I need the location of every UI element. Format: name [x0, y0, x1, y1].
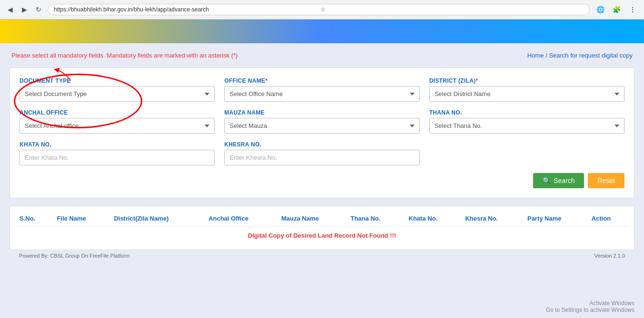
activate-line1: Activate Windows: [546, 300, 634, 307]
anchal-office-label: ANCHAL OFFICE: [20, 109, 215, 116]
page-content: Please select all mandatory fields. Mand…: [0, 43, 644, 318]
col-district: District(Zila Name): [109, 211, 204, 226]
col-sno: S.No.: [15, 211, 52, 226]
anchal-office-select[interactable]: Select Anchal office: [20, 118, 215, 134]
page-footer: Powered By: CBSL Group On FreeFile Platf…: [10, 250, 634, 261]
url-bar[interactable]: https://bhuabhilekh.bihar.gov.in/bhu-lek…: [48, 4, 590, 15]
col-khata: Khata No.: [404, 211, 461, 226]
empty-cell: [429, 141, 624, 165]
translate-icon[interactable]: 🌐: [594, 3, 607, 16]
khesra-no-group: KHESRA NO.: [224, 141, 419, 165]
menu-icon[interactable]: ⋮: [626, 3, 639, 16]
url-text: https://bhuabhilekh.bihar.gov.in/bhu-lek…: [54, 6, 317, 13]
notice-text: Please select all mandatory fields. Mand…: [11, 52, 238, 59]
activate-line2: Go to Settings to activate Windows: [546, 307, 634, 313]
thana-no-select[interactable]: Select Thana No.: [429, 118, 624, 134]
back-button[interactable]: ◀: [5, 4, 15, 15]
search-form-card: DOCUMENT TYPE Select Document Type OFFIC…: [10, 67, 634, 198]
khata-no-label: KHATA NO.: [20, 141, 215, 148]
thana-no-label: THANA NO.: [429, 109, 624, 116]
search-icon: 🔍: [543, 177, 551, 184]
district-select[interactable]: Select District Name: [429, 86, 624, 102]
anchal-office-group: ANCHAL OFFICE Select Anchal office: [20, 109, 215, 134]
reset-button[interactable]: Reset: [588, 173, 624, 188]
mauza-name-select[interactable]: Select Mauza: [224, 118, 419, 134]
browser-toolbar: ◀ ▶ ↻ https://bhuabhilekh.bihar.gov.in/b…: [0, 0, 644, 19]
khesra-no-input[interactable]: [224, 150, 419, 165]
document-type-select[interactable]: Select Document Type: [20, 86, 215, 102]
browser-actions: 🌐 🧩 ⋮: [594, 3, 639, 16]
mauza-name-group: MAUZA NAME Select Mauza: [224, 109, 419, 134]
breadcrumb-home[interactable]: Home: [527, 52, 544, 59]
mauza-name-label: MAUZA NAME: [224, 109, 419, 116]
col-party: Party Name: [523, 211, 587, 226]
page-banner: [0, 19, 644, 43]
khata-no-input[interactable]: [20, 150, 215, 165]
khata-no-group: KHATA NO.: [20, 141, 215, 165]
office-name-label: OFFICE NAME*: [224, 77, 419, 84]
breadcrumb-link[interactable]: Search for request digital copy: [549, 52, 633, 59]
document-type-label: DOCUMENT TYPE: [20, 77, 215, 84]
search-button[interactable]: 🔍 Search: [533, 173, 584, 188]
form-grid: DOCUMENT TYPE Select Document Type OFFIC…: [20, 77, 624, 165]
powered-by: Powered By: CBSL Group On FreeFile Platf…: [19, 253, 130, 259]
forward-button[interactable]: ▶: [19, 4, 30, 15]
col-thana: Thana No.: [346, 211, 404, 226]
results-table: S.No. File Name District(Zila Name) Anch…: [15, 211, 629, 245]
breadcrumb: Home / Search for request digital copy: [527, 52, 633, 59]
document-type-group: DOCUMENT TYPE Select Document Type: [20, 77, 215, 102]
version: Version 2.1.0: [594, 253, 625, 259]
windows-activate-notice: Activate Windows Go to Settings to activ…: [546, 300, 634, 313]
refresh-button[interactable]: ↻: [33, 4, 44, 15]
table-header-row: S.No. File Name District(Zila Name) Anch…: [15, 211, 629, 226]
col-filename: File Name: [52, 211, 109, 226]
office-name-group: OFFICE NAME* Select Office Name: [224, 77, 419, 102]
thana-no-group: THANA NO. Select Thana No.: [429, 109, 624, 134]
extensions-icon[interactable]: 🧩: [610, 3, 623, 16]
no-data-message: Digital Copy of Desired Land Record Not …: [15, 226, 629, 245]
district-group: DISTRICT (ZILA)* Select District Name: [429, 77, 624, 102]
col-anchal: Anchal Office: [204, 211, 277, 226]
no-data-row: Digital Copy of Desired Land Record Not …: [15, 226, 629, 245]
col-khesra: Khesra No.: [460, 211, 523, 226]
buttons-row: 🔍 Search Reset: [20, 173, 624, 188]
col-action: Action: [587, 211, 629, 226]
col-mauza: Mauza Name: [277, 211, 346, 226]
office-name-select[interactable]: Select Office Name: [224, 86, 419, 102]
results-card: S.No. File Name District(Zila Name) Anch…: [10, 206, 634, 250]
table-body: Digital Copy of Desired Land Record Not …: [15, 226, 629, 245]
star-icon[interactable]: ☆: [320, 6, 584, 13]
table-header: S.No. File Name District(Zila Name) Anch…: [15, 211, 629, 226]
district-label: DISTRICT (ZILA)*: [429, 77, 624, 84]
notice-bar: Please select all mandatory fields. Mand…: [10, 48, 634, 63]
khesra-no-label: KHESRA NO.: [224, 141, 419, 148]
